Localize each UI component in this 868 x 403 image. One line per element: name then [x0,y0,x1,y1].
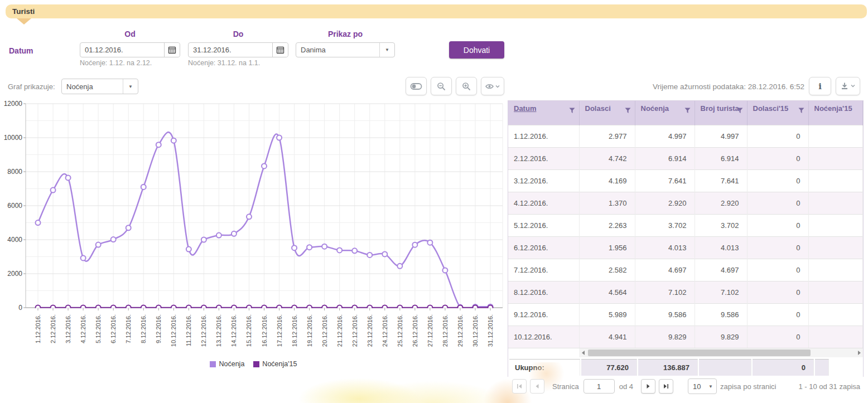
info-icon: i [818,81,822,91]
svg-text:4000: 4000 [7,236,22,244]
filter-icon[interactable] [798,108,804,114]
table-cell: 6.914 [695,147,747,169]
calendar-icon [276,46,284,54]
legend-label: Noćenja'15 [262,360,297,368]
panel-header[interactable]: Turisti [6,4,867,18]
prev-page-button[interactable] [530,379,544,394]
datum-label: Datum [9,46,33,55]
filter-icon[interactable] [625,108,631,114]
column-header-label: Noćenja [641,104,669,113]
column-header-no-enja-15[interactable]: Noćenja'15 [808,101,863,125]
scrollbar-thumb[interactable] [588,349,811,356]
table-cell: 8.12.2016. [508,281,579,303]
graf-prikazuje-select[interactable]: Noćenja ▼ [61,79,138,94]
svg-text:0: 0 [18,304,22,312]
svg-text:17.12.2016.: 17.12.2016. [276,314,283,347]
svg-text:19.12.2016.: 19.12.2016. [306,314,313,347]
table-cell: 1.956 [579,236,635,259]
svg-text:6000: 6000 [7,202,22,210]
table-cell: 3.702 [695,214,747,236]
date-from-calendar-button[interactable] [164,43,180,57]
first-page-button[interactable] [512,379,527,394]
export-button[interactable] [836,77,860,95]
totals-cell [699,359,751,376]
info-button[interactable]: i [809,77,831,95]
last-page-button[interactable] [659,379,673,394]
table-cell: 0 [747,236,808,259]
legend-swatch [253,361,259,367]
table-cell: 0 [747,169,808,192]
prikaz-po-select[interactable]: Danima ▼ [296,42,395,57]
table-cell: 2.263 [579,214,635,236]
svg-text:25.12.2016.: 25.12.2016. [397,314,403,347]
date-from-input[interactable] [80,43,164,57]
legend-item[interactable]: Noćenja'15 [253,360,297,368]
zoom-in-button[interactable] [456,77,477,95]
filter-icon[interactable] [684,108,691,114]
od-label: Od [80,30,180,38]
date-to-calendar-button[interactable] [272,43,288,57]
svg-text:10.12.2016.: 10.12.2016. [170,314,177,347]
table-hscrollbar[interactable] [579,348,863,357]
table-row: 4.12.2016.1.3702.9202.9200 [508,192,863,214]
table-row: 8.12.2016.4.5647.1027.1020 [508,281,863,303]
legend-item[interactable]: Noćenja [210,360,244,368]
date-to-hint: Noćenje: 31.12. na 1.1. [188,59,260,67]
date-from-inputbox [80,42,180,57]
filter-icon[interactable] [737,108,743,114]
filter-icon[interactable] [569,108,575,114]
dohvati-button[interactable]: Dohvati [449,41,504,59]
page-label: Stranica [552,382,579,391]
chevron-down-icon: ▼ [123,79,138,94]
svg-text:12000: 12000 [4,100,23,108]
svg-text:7.12.2016.: 7.12.2016. [125,314,132,343]
table-cell: 3.702 [635,214,695,236]
table-header-row: DatumDolasciNoćenjaBroj turistaDolasci'1… [508,101,863,125]
column-header-datum[interactable]: Datum [508,101,579,125]
table-cell: 4.013 [635,236,695,259]
column-header-broj-turista[interactable]: Broj turista [695,101,747,125]
download-icon [840,82,856,90]
turisti-page: Turisti Od Do Prikaz po Datum Danima ▼ [0,0,868,403]
legend-swatch [210,361,216,367]
svg-text:16.12.2016.: 16.12.2016. [261,314,268,347]
date-to-input[interactable] [189,43,272,57]
legend-label: Noćenja [219,360,244,368]
svg-text:15.12.2016.: 15.12.2016. [245,314,252,347]
scrollbar-track[interactable] [587,348,855,357]
page-size-value: 10 [688,382,705,391]
column-header-dolasci-15[interactable]: Dolasci'15 [747,101,808,125]
scroll-right-arrow[interactable] [855,348,863,357]
panel-header-arrow [17,18,31,25]
page-size-label: zapisa po stranici [720,382,776,391]
column-header-no-enja[interactable]: Noćenja [635,101,695,125]
scroll-left-arrow[interactable] [579,348,587,357]
next-page-button[interactable] [641,379,655,394]
column-header-dolasci[interactable]: Dolasci [579,101,635,125]
table-cell: 2.977 [579,125,635,147]
series-visibility-button[interactable] [481,77,504,95]
page-size-select[interactable]: 10 ▼ [688,378,717,394]
svg-text:18.12.2016.: 18.12.2016. [291,314,298,347]
table-row: 2.12.2016.4.7426.9146.9140 [508,147,863,169]
chart-toggle-button[interactable] [406,77,427,95]
table-cell: 7.102 [695,281,747,303]
table-row: 9.12.2016.5.9899.5869.5860 [508,303,863,326]
table-cell [808,192,863,214]
table-cell: 4.12.2016. [508,192,579,214]
column-header-label: Datum [514,104,536,113]
table-cell [808,147,863,169]
table-cell: 2.12.2016. [508,147,579,169]
panel-title: Turisti [12,7,35,16]
prev-page-icon [534,383,541,390]
table-cell: 1.370 [579,192,635,214]
svg-text:5.12.2016.: 5.12.2016. [95,314,102,343]
table-cell: 2.920 [695,192,747,214]
zoom-out-button[interactable] [431,77,452,95]
column-header-label: Noćenja'15 [814,104,852,113]
totals-cell: 136.887 [638,359,698,376]
svg-text:21.12.2016.: 21.12.2016. [336,314,343,347]
table-cell: 9.586 [635,303,695,326]
do-label: Do [188,30,288,38]
page-number-input[interactable] [584,379,615,394]
